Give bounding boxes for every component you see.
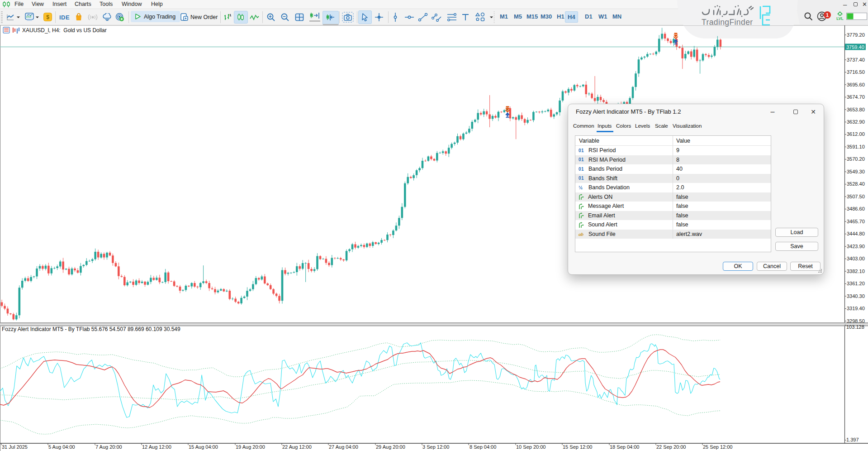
svg-text:3361.20: 3361.20 — [847, 281, 865, 286]
svg-text:1: 1 — [826, 12, 829, 18]
svg-text:3528.40: 3528.40 — [847, 181, 865, 187]
svg-text:15 Aug 04:00: 15 Aug 04:00 — [189, 444, 218, 450]
svg-text:Fozzy Alert Indicator MT5 - By: Fozzy Alert Indicator MT5 - By TFlab 55.… — [2, 326, 180, 332]
svg-text:3465.70: 3465.70 — [847, 219, 865, 224]
svg-text:3486.60: 3486.60 — [847, 206, 865, 211]
svg-text:3403.00: 3403.00 — [847, 256, 865, 261]
svg-text:3632.90: 3632.90 — [847, 119, 865, 125]
svg-text:22 Aug 12:00: 22 Aug 12:00 — [282, 444, 312, 450]
svg-text:10 Sep 20:00: 10 Sep 20:00 — [516, 444, 545, 450]
svg-text:27 Aug 04:00: 27 Aug 04:00 — [329, 444, 358, 450]
svg-text:8 Sep 04:00: 8 Sep 04:00 — [470, 444, 496, 450]
svg-text:3759.40: 3759.40 — [846, 44, 864, 50]
svg-text:3423.90: 3423.90 — [847, 244, 865, 249]
svg-text:XAUUSD_l, H4: Gold vs US Doll: XAUUSD_l, H4: Gold vs US Dollar — [22, 27, 107, 34]
svg-text:3382.10: 3382.10 — [847, 269, 865, 274]
svg-text:3570.20: 3570.20 — [847, 156, 865, 162]
svg-text:3444.80: 3444.80 — [847, 231, 865, 236]
svg-text:3653.80: 3653.80 — [847, 107, 865, 112]
svg-text:7 Aug 20:00: 7 Aug 20:00 — [95, 444, 122, 450]
svg-text:3507.50: 3507.50 — [847, 194, 865, 199]
svg-text:1.397: 1.397 — [846, 437, 859, 442]
svg-text:103.128: 103.128 — [846, 324, 864, 330]
svg-text:3674.70: 3674.70 — [847, 94, 865, 100]
svg-text:18 Sep 04:00: 18 Sep 04:00 — [610, 444, 639, 450]
svg-text:31 Jul 2025: 31 Jul 2025 — [2, 444, 28, 450]
svg-text:3549.30: 3549.30 — [847, 169, 865, 174]
svg-text:3 Sep 12:00: 3 Sep 12:00 — [422, 444, 449, 450]
svg-text:5 Aug 04:00: 5 Aug 04:00 — [48, 444, 75, 450]
svg-text:12 Aug 12:00: 12 Aug 12:00 — [142, 444, 171, 450]
svg-text:LVL: LVL — [836, 16, 843, 21]
svg-text:3591.10: 3591.10 — [847, 144, 865, 149]
svg-text:25 Sep 12:00: 25 Sep 12:00 — [703, 444, 732, 450]
svg-text:3779.20: 3779.20 — [847, 32, 865, 38]
svg-text:3716.50: 3716.50 — [847, 69, 865, 75]
svg-text:3737.40: 3737.40 — [847, 57, 865, 62]
svg-text:19 Aug 20:00: 19 Aug 20:00 — [236, 444, 265, 450]
svg-text:3612.00: 3612.00 — [847, 131, 865, 137]
svg-text:29 Aug 20:00: 29 Aug 20:00 — [376, 444, 405, 450]
svg-text:3340.30: 3340.30 — [847, 293, 865, 299]
svg-text:3298.50: 3298.50 — [847, 318, 865, 324]
svg-text:15 Sep 12:00: 15 Sep 12:00 — [563, 444, 592, 450]
svg-text:3695.60: 3695.60 — [847, 82, 865, 87]
svg-text:3319.40: 3319.40 — [847, 306, 865, 311]
svg-text:22 Sep 20:00: 22 Sep 20:00 — [656, 444, 686, 450]
